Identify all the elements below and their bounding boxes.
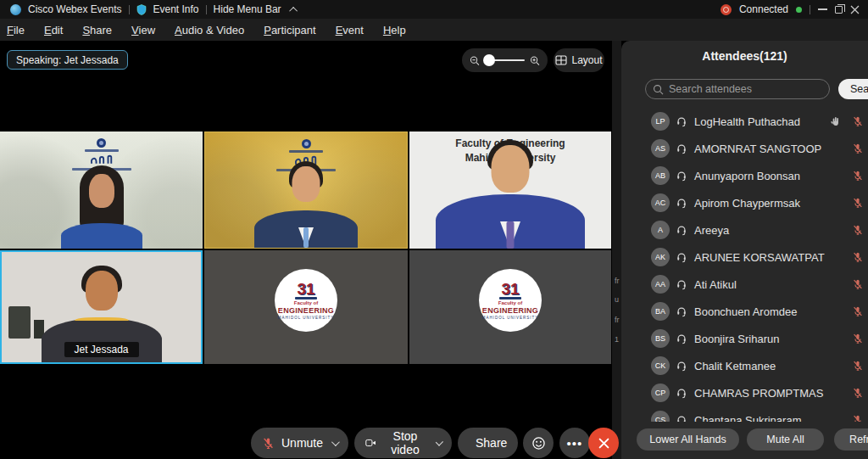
recording-indicator-icon [721,4,732,15]
attendee-row[interactable]: A Areeya [621,216,868,243]
attendees-panel: Attendees(121) Search LP LogHealth Putha… [621,41,868,459]
layout-button-label: Layout [571,54,602,66]
avatar: CS [651,411,670,422]
muted-mic-icon [852,197,864,212]
close-button[interactable] [850,5,860,14]
attendee-row[interactable]: AC Apirom Chaypermsak [621,189,868,216]
event-info-button[interactable]: Event Info [153,3,199,15]
video-tile-participant-1[interactable] [0,132,203,249]
avatar: CK [651,356,670,375]
video-tile-no-video-2[interactable]: 31 Faculty of ENGINEERING MAHIDOL UNIVER… [409,250,611,364]
headset-icon [676,278,687,294]
muted-mic-icon [852,115,864,131]
avatar: BA [651,302,670,321]
attendee-row[interactable]: LP LogHealth Puthachad [621,108,868,135]
avatar: A [651,221,670,239]
video-tile-active-speaker[interactable]: Jet Jessada [0,250,203,364]
attendee-name: Ati Atikul [694,278,737,291]
search-icon [653,84,664,95]
refresh-button[interactable]: Refresh [834,428,868,451]
attendee-row[interactable]: AA Ati Atikul [621,271,868,298]
zoom-in-icon[interactable] [530,55,540,66]
search-attendees-input[interactable] [669,83,822,95]
headset-icon [676,115,687,131]
camera-icon [365,437,376,449]
restore-button[interactable] [835,6,843,14]
menu-participant[interactable]: Participant [264,24,315,36]
avatar: AK [651,248,670,266]
webex-window: Cisco Webex Events Event Info Hide Menu … [0,0,868,459]
menu-event[interactable]: Event [336,24,364,36]
attendee-name: Boonchuen Aromdee [694,305,797,318]
headset-icon [676,360,687,375]
zoom-control[interactable] [462,48,548,72]
attendee-name: Anunyaporn Boonsan [694,170,800,182]
attendee-row[interactable]: CK Chalit Ketmanee [621,352,868,379]
attendee-name: AMORNRAT SANGTOOP [694,143,821,155]
layout-button[interactable]: Layout [554,48,604,72]
attendee-row[interactable]: BS Boonjira Sriharun [621,325,868,352]
attendee-row[interactable]: BA Boonchuen Aromdee [621,298,868,325]
zoom-out-icon[interactable] [470,55,480,66]
hide-menu-bar-button[interactable]: Hide Menu Bar [214,3,281,15]
chevron-down-icon[interactable] [331,438,340,446]
attendee-row[interactable]: AS AMORNRAT SANGTOOP [621,135,868,162]
attendee-name: Apirom Chaypermsak [694,197,800,210]
zoom-slider-knob[interactable] [483,54,495,66]
title-bar: Cisco Webex Events Event Info Hide Menu … [0,0,868,19]
speaking-badge: Speaking: Jet Jessada [7,50,128,70]
headset-icon [676,197,687,212]
share-button[interactable]: Share [458,428,518,458]
attendee-row[interactable]: AK ARUNEE KORSAWATPAT [621,243,868,271]
search-attendees-box[interactable] [645,79,830,99]
clipped-text: fr [615,277,620,285]
reactions-button[interactable] [523,428,554,458]
participant-woman [0,132,203,249]
avatar: CP [651,383,670,402]
faculty-logo-avatar: 31 Faculty of ENGINEERING MAHIDOL UNIVER… [479,269,542,332]
video-tile-participant-2[interactable] [204,132,408,249]
divider [810,5,810,14]
attendee-name: Chalit Ketmanee [694,360,776,372]
menu-file[interactable]: File [7,24,25,36]
mute-all-button[interactable]: Mute All [747,428,824,451]
muted-mic-icon [852,333,864,348]
video-tile-no-video-1[interactable]: 31 Faculty of ENGINEERING MAHIDOL UNIVER… [204,250,408,364]
online-dot-icon [796,7,802,13]
chevron-down-icon[interactable] [436,438,443,445]
video-tile-participant-3[interactable]: Faculty of Engineering Mahidol Universit… [409,132,611,249]
minimize-button[interactable] [818,8,827,10]
avatar: AC [651,193,670,212]
attendee-row[interactable]: AB Anunyaporn Boonsan [621,162,868,189]
more-options-button[interactable]: ••• [559,428,590,458]
menu-help[interactable]: Help [383,24,406,36]
leave-meeting-button[interactable] [588,428,619,458]
attendee-name: CHAMRAS PROMPTMAS [694,387,823,400]
chevron-up-icon[interactable] [289,6,298,14]
search-button[interactable]: Search [838,79,868,99]
attendee-name: Chantana Sukrinaram [694,414,801,423]
menu-share[interactable]: Share [82,24,112,36]
hidden-panel-sliver: fr u fr 1 [612,41,621,459]
attendee-row[interactable]: CS Chantana Sukrinaram [621,406,868,422]
menu-edit[interactable]: Edit [44,24,63,36]
attendee-row[interactable]: CP CHAMRAS PROMPTMAS [621,379,868,406]
zoom-slider[interactable] [485,59,525,61]
smiley-icon [531,436,546,451]
faculty-logo-avatar: 31 Faculty of ENGINEERING MAHIDOL UNIVER… [275,269,337,332]
logo-bar [499,297,521,299]
menu-bar: File Edit Share View Audio & Video Parti… [0,19,868,41]
stop-video-button[interactable]: Stop video [354,428,452,458]
clipped-text: fr [615,316,620,324]
lower-all-hands-button[interactable]: Lower All Hands [637,428,739,451]
webex-logo-icon [10,4,21,15]
attendee-name: Boonjira Sriharun [694,333,779,345]
close-x-icon [598,438,609,449]
unmute-button[interactable]: Unmute [251,428,348,458]
menu-view[interactable]: View [131,24,155,36]
menu-audio-video[interactable]: Audio & Video [175,24,244,36]
muted-mic-icon [852,387,864,402]
logo-bar [295,297,317,299]
avatar: BS [651,329,670,348]
muted-mic-icon [852,414,864,422]
